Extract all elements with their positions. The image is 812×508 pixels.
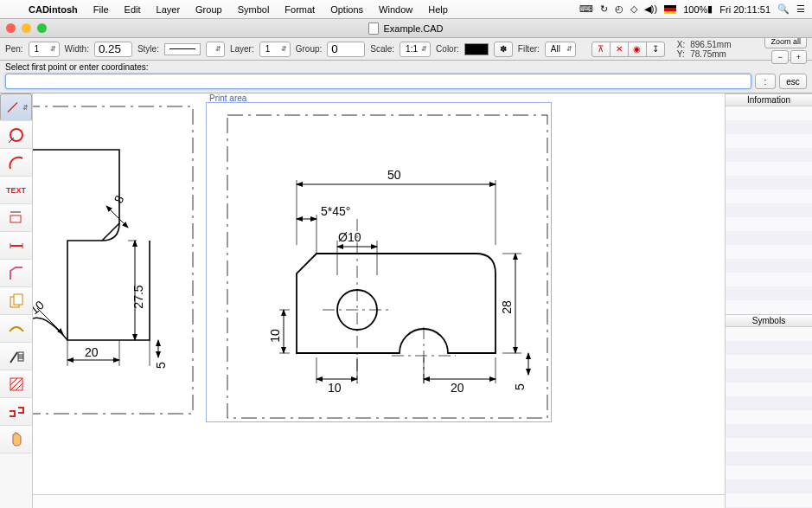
style-dropdown[interactable] — [206, 42, 225, 57]
menu-help[interactable]: Help — [420, 4, 456, 15]
window-minimize-button[interactable] — [22, 23, 31, 33]
group-input[interactable] — [327, 42, 365, 57]
timemachine-icon[interactable]: ◴ — [615, 3, 623, 15]
pen-select[interactable]: 1 — [29, 42, 60, 57]
arc-tool[interactable] — [0, 149, 32, 177]
filter-select[interactable]: All — [545, 42, 576, 57]
document-icon — [368, 23, 379, 35]
command-input[interactable] — [5, 74, 751, 89]
width-label: Width: — [65, 44, 89, 54]
svg-text:28: 28 — [500, 300, 514, 314]
trim-tool[interactable] — [0, 315, 32, 343]
style-select[interactable] — [164, 43, 201, 55]
svg-rect-9 — [14, 294, 22, 305]
wifi-icon[interactable]: ◇ — [630, 3, 637, 15]
properties-toolbar: Pen: 1 Width: Style: Layer: 1 Group: Sca… — [0, 38, 812, 61]
command-eval-button[interactable]: : — [755, 74, 776, 89]
svg-text:5: 5 — [513, 383, 527, 390]
notification-center-icon[interactable]: ☰ — [796, 3, 805, 15]
svg-rect-34 — [227, 115, 547, 418]
coordinate-readout: X:896.51mm Y:78.75mm — [677, 40, 732, 59]
zoom-in-button[interactable]: + — [790, 50, 807, 64]
delete-tool[interactable] — [0, 343, 32, 370]
menu-format[interactable]: Format — [277, 4, 323, 15]
command-bar: Select first point or enter coordinates:… — [0, 61, 812, 93]
measure-tool[interactable] — [0, 232, 32, 260]
color-label: Color: — [436, 44, 459, 54]
menu-options[interactable]: Options — [323, 4, 371, 15]
menu-layer[interactable]: Layer — [149, 4, 189, 15]
window-titlebar: Example.CAD — [0, 19, 812, 38]
clock[interactable]: Fri 20:11:51 — [719, 4, 770, 15]
app-menu[interactable]: CADintosh — [21, 4, 86, 15]
width-input[interactable] — [94, 42, 132, 57]
symbols-panel-body — [726, 327, 812, 508]
svg-line-32 — [106, 206, 128, 228]
menu-edit[interactable]: Edit — [117, 4, 149, 15]
canvas-footer — [33, 494, 725, 508]
window-close-button[interactable] — [6, 23, 16, 33]
symbols-panel-header[interactable]: Symbols — [726, 314, 812, 327]
command-esc-button[interactable]: esc — [779, 74, 807, 89]
pan-tool[interactable] — [0, 426, 32, 453]
snap-perpendicular-button[interactable]: ↧ — [646, 42, 665, 57]
svg-text:20: 20 — [85, 345, 99, 359]
information-panel-header[interactable]: Information — [726, 93, 812, 106]
svg-text:10: 10 — [33, 298, 47, 317]
information-panel-body — [726, 106, 812, 314]
command-prompt: Select first point or enter coordinates: — [5, 62, 807, 72]
snap-endpoint-button[interactable]: ⊼ — [591, 42, 611, 57]
copy-tool[interactable] — [0, 287, 32, 315]
color-swatch[interactable] — [464, 43, 489, 55]
drawing-svg: 10 20 27.5 5 8 — [33, 93, 725, 500]
svg-line-0 — [8, 103, 17, 113]
style-label: Style: — [137, 44, 159, 54]
side-panel: Information Symbols — [726, 93, 812, 508]
sync-icon[interactable]: ↻ — [600, 3, 608, 15]
svg-text:10: 10 — [328, 381, 342, 395]
window-zoom-button[interactable] — [37, 23, 47, 33]
svg-text:50: 50 — [387, 168, 401, 182]
svg-text:Ø10: Ø10 — [338, 230, 361, 244]
svg-rect-18 — [33, 106, 193, 414]
svg-line-19 — [102, 223, 119, 241]
circle-tool[interactable] — [0, 121, 32, 149]
system-menubar: CADintosh File Edit Layer Group Symbol F… — [0, 0, 812, 19]
filter-label: Filter: — [518, 44, 540, 54]
window-title: Example.CAD — [383, 23, 443, 34]
hatch-tool[interactable] — [0, 370, 32, 398]
svg-text:5*45°: 5*45° — [321, 204, 350, 218]
menu-group[interactable]: Group — [188, 4, 230, 15]
zoom-out-button[interactable]: − — [771, 50, 788, 64]
line-tool[interactable] — [0, 93, 32, 121]
menu-symbol[interactable]: Symbol — [230, 4, 278, 15]
svg-text:5: 5 — [154, 362, 168, 369]
svg-text:20: 20 — [451, 381, 464, 395]
input-flag-icon[interactable] — [664, 5, 676, 14]
svg-line-16 — [10, 378, 22, 390]
settings-gear-button[interactable]: ✽ — [494, 42, 513, 57]
chamfer-tool[interactable] — [0, 260, 32, 287]
battery-status[interactable]: 100% ▮ — [683, 3, 713, 15]
drawing-canvas[interactable]: Print area 10 — [33, 93, 726, 508]
svg-text:10: 10 — [268, 329, 282, 343]
pen-label: Pen: — [5, 44, 23, 54]
menu-window[interactable]: Window — [371, 4, 420, 15]
scale-select[interactable]: 1:1 — [400, 42, 431, 57]
layer-label: Layer: — [230, 44, 254, 54]
layer-select[interactable]: 1 — [259, 42, 291, 57]
break-tool[interactable] — [0, 398, 32, 426]
text-tool[interactable]: TEXT — [0, 177, 32, 204]
spotlight-icon[interactable]: 🔍 — [777, 3, 790, 15]
scale-label: Scale: — [370, 44, 394, 54]
svg-text:27.5: 27.5 — [131, 285, 145, 308]
menu-file[interactable]: File — [86, 4, 117, 15]
dimension-tool[interactable] — [0, 204, 32, 232]
svg-rect-3 — [10, 215, 21, 222]
group-label: Group: — [296, 44, 323, 54]
tool-palette: TEXT — [0, 93, 33, 508]
keyboard-icon[interactable]: ⌨ — [579, 3, 593, 15]
snap-intersection-button[interactable]: ✕ — [610, 42, 629, 57]
snap-center-button[interactable]: ◉ — [628, 42, 647, 57]
volume-icon[interactable]: ◀)) — [644, 3, 657, 15]
